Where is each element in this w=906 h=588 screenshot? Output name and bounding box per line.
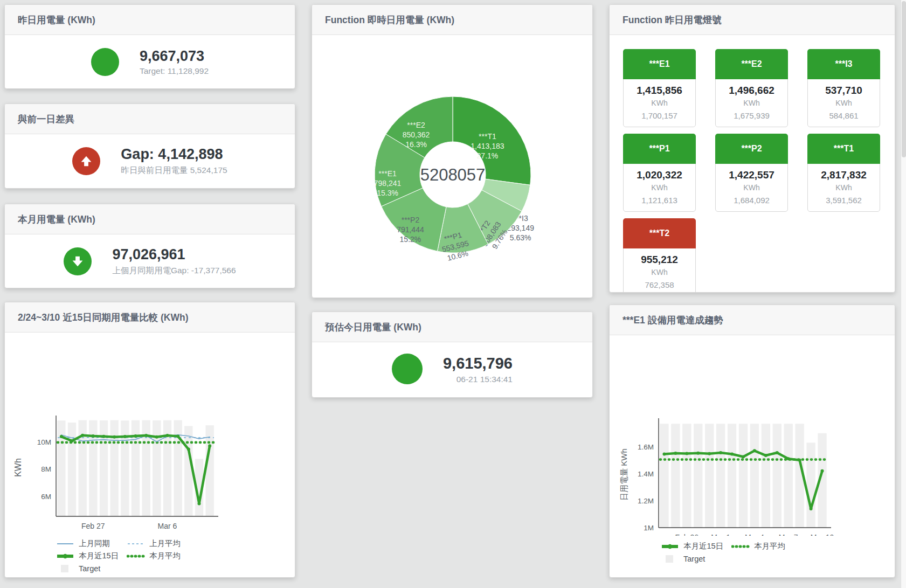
light-tile-value: 1,496,662 [717,84,786,97]
light-tile-value: 955,212 [625,253,694,266]
light-tile-unit: KWh [717,182,786,194]
x-tick-label: Feb 26 [675,533,699,536]
gap-value: Gap: 4,142,898 [121,146,227,164]
light-tile-unit: KWh [809,97,879,109]
realtime-donut-body: ***T11,413,18327.1%***I3293,1495.63%***T… [312,35,592,298]
target-bar [750,424,759,528]
legend-item[interactable]: 上月同期 [56,538,127,549]
light-tile-name: ***T2 [623,218,696,248]
legend-row: 上月同期上月平均 [56,537,295,550]
today-estimate-value: 9,615,796 [443,354,513,373]
e1-trend-body: 1M1.2M1.4M1.6MFeb 26Mar 1Mar 4Mar 7Mar 1… [610,335,895,565]
legend-swatch [56,539,74,548]
legend-row: 本月近15日本月平均 [56,550,295,562]
series-marker [123,435,127,438]
light-tile-target: 1,700,157 [625,109,694,122]
legend-label: 本月平均 [149,551,181,561]
y-tick-label: 10M [37,438,51,446]
light-tile-body: 955,212KWh762,358 [624,248,695,293]
e1-trend-title: ***E1 設備用電達成趨勢 [610,305,895,335]
light-tile-body: 1,496,662KWh1,675,939 [716,79,787,127]
target-bar [705,424,714,528]
series-marker [144,434,148,437]
series-marker [71,439,74,442]
y-tick-label: 1.4M [638,470,654,478]
x-tick-label: Mar 1 [711,533,730,536]
light-tile-name: ***T1 [807,134,880,164]
series-marker [662,453,666,456]
light-tile: ***T12,817,832KWh3,591,562 [807,134,880,212]
target-bar [739,424,748,528]
card-gap-previous-day: 與前一日差異 Gap: 4,142,898 昨日與前日用電量 5,524,175 [4,103,295,189]
series-marker [810,507,813,510]
card-month-title: 本月用電量 (KWh) [5,204,295,234]
series-marker [696,452,700,455]
today-estimate-body: 9,615,796 06-21 15:34:41 [312,342,592,396]
vertical-scrollbar[interactable] [901,0,906,588]
y-tick-label: 1.2M [638,497,654,505]
light-tile-unit: KWh [625,266,694,279]
light-tile: ***E21,496,662KWh1,675,939 [715,49,788,127]
legend-label: 上月平均 [149,538,181,549]
x-tick-label: Mar 7 [779,533,798,536]
target-bar [184,426,192,516]
legend-swatch [661,542,679,551]
series-marker [113,435,116,439]
donut-center-total: 5208057 [420,165,486,184]
kpi-text: Gap: 4,142,898 昨日與前日用電量 5,524,175 [121,146,227,176]
legend-swatch [731,542,750,551]
light-tile-name: ***P2 [715,134,788,164]
light-tile: ***P21,422,557KWh1,684,092 [715,134,788,212]
yesterday-lights-title: Function 昨日用電燈號 [610,5,895,35]
legend-label: 本月近15日 [79,551,119,561]
legend-label: 上月同期 [79,538,110,549]
series-marker [753,449,756,452]
legend-row: Target [661,552,895,565]
target-bar [660,424,668,528]
legend-item[interactable]: 本月近15日 [56,551,127,561]
light-tiles-grid: ***E11,415,856KWh1,700,157***E21,496,662… [610,35,895,293]
series-marker [176,434,179,438]
legend-item[interactable]: 本月平均 [127,551,181,561]
series-marker [134,434,137,438]
series-marker [208,444,211,447]
light-tile-target: 1,684,092 [717,194,786,206]
series-marker [742,455,745,459]
kpi-text: 97,026,961 上個月同期用電Gap: -17,377,566 [112,246,236,276]
circle-green-icon [392,354,423,384]
y-axis-title: KWh [13,458,23,477]
legend-item[interactable]: 本月近15日 [661,541,731,551]
legend-row: Target [56,562,295,575]
series-marker [198,502,201,505]
realtime-donut-title: Function 即時日用電量 (KWh) [312,5,592,35]
circle-green-icon [91,48,119,76]
legend-item[interactable]: Target [661,555,705,563]
target-bar [762,424,770,528]
target-bar [121,420,129,516]
compare-trend-body: 6M8M10MFeb 27Mar 6KWh 上月同期上月平均本月近15日本月平均… [5,333,295,575]
legend-item[interactable]: 本月平均 [731,541,785,551]
light-tile-body: 1,020,322KWh1,121,613 [624,164,695,211]
card-yesterday-title: 昨日用電量 (KWh) [5,5,295,35]
series-marker [787,457,790,460]
legend-item[interactable]: Target [56,564,100,573]
series-marker [155,435,158,439]
dashboard-page: 昨日用電量 (KWh) 9,667,073 Target: 11,128,992… [0,0,906,578]
legend-swatch [56,552,74,561]
scrollbar-thumb[interactable] [902,1,906,157]
series-marker [60,435,63,438]
legend-row: 本月近15日本月平均 [661,540,895,552]
target-bar [716,424,725,528]
legend-swatch [127,552,145,561]
target-bar [205,425,213,516]
target-bar [806,442,815,528]
legend-label: Target [79,564,100,573]
legend-item[interactable]: 上月平均 [127,538,181,549]
target-bar [100,420,108,516]
light-tile-value: 2,817,832 [809,168,879,182]
x-tick-label: Mar 6 [158,522,177,530]
card-gap-body: Gap: 4,142,898 昨日與前日用電量 5,524,175 [5,134,295,188]
series-marker [730,453,734,456]
today-estimate-title: 預估今日用電量 (KWh) [312,312,592,342]
light-tile-target: 584,861 [809,109,879,122]
